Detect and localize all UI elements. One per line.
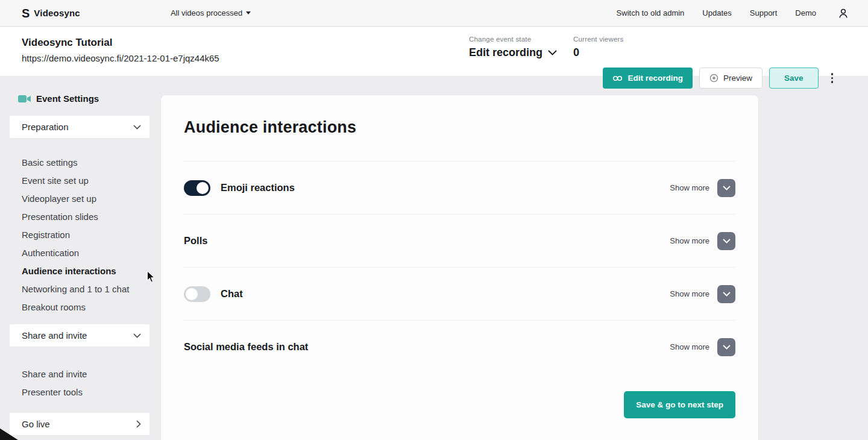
support-link[interactable]: Support xyxy=(750,8,778,17)
sidebar-item-breakout-rooms[interactable]: Breakout rooms xyxy=(22,298,149,316)
sidebar: Event Settings Preparation Basic setting… xyxy=(10,93,149,440)
go-live-label: Go live xyxy=(22,419,50,429)
sidebar-item-share-and-invite[interactable]: Share and invite xyxy=(22,365,149,383)
feature-row-chat: Chat Show more xyxy=(184,268,735,320)
chevron-down-icon xyxy=(723,345,731,350)
preparation-label: Preparation xyxy=(22,122,69,132)
video-camera-icon xyxy=(18,95,31,103)
expand-chevron-button[interactable] xyxy=(717,179,735,197)
sidebar-section-go-live[interactable]: Go live xyxy=(10,413,149,435)
sidebar-item-videoplayer-set-up[interactable]: Videoplayer set up xyxy=(22,189,149,207)
user-account-icon[interactable] xyxy=(837,7,850,20)
show-more-link[interactable]: Show more xyxy=(670,183,709,192)
feature-label: Emoji reactions xyxy=(221,182,295,193)
feature-label: Social media feeds in chat xyxy=(184,341,308,353)
top-bar: S Videosync All videos processed Switch … xyxy=(0,0,868,27)
preview-label: Preview xyxy=(723,74,752,83)
event-url[interactable]: https://demo.videosync.fi/2021-12-01-e7j… xyxy=(22,53,219,63)
event-header: Videosync Tutorial https://demo.videosyn… xyxy=(0,27,868,77)
save-button[interactable]: Save xyxy=(769,68,819,89)
expand-chevron-button[interactable] xyxy=(717,285,735,303)
sidebar-item-registration[interactable]: Registration xyxy=(22,225,149,244)
caret-down-icon xyxy=(246,11,251,14)
sidebar-item-basic-settings[interactable]: Basic settings xyxy=(22,153,149,171)
share-invite-label: Share and invite xyxy=(22,330,87,341)
emoji-reactions-toggle[interactable] xyxy=(184,180,210,196)
event-state-dropdown[interactable]: Edit recording xyxy=(469,46,557,59)
chat-toggle[interactable] xyxy=(184,286,210,302)
sidebar-item-authentication[interactable]: Authentication xyxy=(22,244,149,262)
save-next-step-button[interactable]: Save & go to next step xyxy=(624,391,735,418)
chevron-down-icon xyxy=(723,186,731,190)
edit-recording-button[interactable]: Edit recording xyxy=(603,68,693,89)
current-viewers-value: 0 xyxy=(573,46,624,59)
preparation-items: Basic settings Event site set up Videopl… xyxy=(10,143,149,324)
recording-icon xyxy=(612,75,623,82)
chevron-down-icon xyxy=(133,125,141,130)
feature-label: Polls xyxy=(184,235,207,247)
save-label: Save xyxy=(784,74,804,83)
chevron-right-icon xyxy=(136,420,141,428)
sidebar-item-networking-1to1-chat[interactable]: Networking and 1 to 1 chat xyxy=(22,280,149,298)
event-state-block: Change event state Edit recording xyxy=(469,36,557,59)
share-invite-items: Share and invite Presenter tools xyxy=(10,351,149,413)
updates-link[interactable]: Updates xyxy=(702,8,731,17)
feature-row-social-media-feeds: Social media feeds in chat Show more xyxy=(184,321,735,373)
demo-link[interactable]: Demo xyxy=(795,8,816,17)
current-viewers-block: Current viewers 0 xyxy=(573,36,624,59)
chevron-down-icon xyxy=(723,292,731,297)
chevron-down-icon xyxy=(548,50,557,55)
videos-processed-label: All videos processed xyxy=(171,8,242,17)
more-options-kebab-icon[interactable] xyxy=(829,71,836,86)
show-more-link[interactable]: Show more xyxy=(670,342,709,351)
videosync-logo[interactable]: S Videosync xyxy=(22,7,80,19)
switch-old-admin-link[interactable]: Switch to old admin xyxy=(617,8,685,17)
sidebar-item-audience-interactions[interactable]: Audience interactions xyxy=(22,262,149,280)
preview-button[interactable]: Preview xyxy=(699,68,763,89)
feature-row-emoji-reactions: Emoji reactions Show more xyxy=(184,162,735,214)
expand-chevron-button[interactable] xyxy=(717,232,735,250)
event-title: Videosync Tutorial xyxy=(22,37,113,49)
header-buttons: Edit recording Preview Save xyxy=(603,68,835,89)
chevron-down-icon xyxy=(723,239,731,244)
preview-eye-icon xyxy=(709,74,719,83)
topbar-links: Switch to old admin Updates Support Demo xyxy=(617,7,850,20)
event-settings-header: Event Settings xyxy=(10,93,149,104)
event-state-label: Change event state xyxy=(469,36,557,43)
show-more-link[interactable]: Show more xyxy=(670,236,709,245)
chevron-down-icon xyxy=(133,333,141,338)
audience-interactions-panel: Audience interactions Emoji reactions Sh… xyxy=(160,95,759,440)
sidebar-section-preparation[interactable]: Preparation xyxy=(10,116,149,138)
expand-chevron-button[interactable] xyxy=(717,338,735,356)
page-title: Audience interactions xyxy=(184,118,735,137)
sidebar-item-event-site-set-up[interactable]: Event site set up xyxy=(22,171,149,189)
sidebar-item-presentation-slides[interactable]: Presentation slides xyxy=(22,207,149,225)
feature-label: Chat xyxy=(221,288,243,300)
videosync-logo-icon: S xyxy=(22,7,30,19)
videos-processed-dropdown[interactable]: All videos processed xyxy=(171,8,251,17)
videosync-logo-label: Videosync xyxy=(34,8,80,18)
event-settings-title: Event Settings xyxy=(36,93,99,104)
edit-recording-label: Edit recording xyxy=(627,74,683,83)
feature-row-polls: Polls Show more xyxy=(184,215,735,267)
sidebar-section-share-and-invite[interactable]: Share and invite xyxy=(10,324,149,347)
show-more-link[interactable]: Show more xyxy=(670,289,709,298)
sidebar-item-presenter-tools[interactable]: Presenter tools xyxy=(22,383,149,401)
event-state-value: Edit recording xyxy=(469,46,542,59)
current-viewers-label: Current viewers xyxy=(573,36,624,43)
